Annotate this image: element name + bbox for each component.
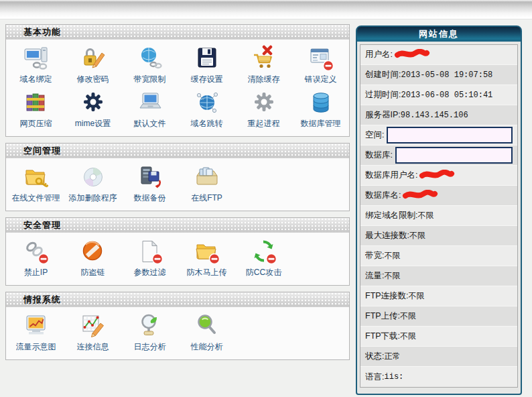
- menu-item-ban-ip[interactable]: 禁止IP: [7, 238, 64, 278]
- site-info-panel-header: 网站信息: [357, 27, 521, 42]
- database-input[interactable]: [395, 147, 513, 164]
- web-compress-icon: [23, 89, 50, 116]
- info-row: FTP下载:不限: [360, 327, 517, 347]
- menu-item-log-analysis[interactable]: 日志分析: [121, 313, 178, 353]
- section-header: 安全管理: [6, 218, 349, 233]
- menu-item-restart-process[interactable]: 重起进程: [235, 89, 292, 129]
- menu-item-clear-cache[interactable]: 清除缓存: [235, 45, 292, 85]
- info-row: FTP连接数:不限: [360, 286, 517, 306]
- menu-item-anti-cc-attack[interactable]: 防CC攻击: [235, 238, 292, 278]
- info-row: 服务器IP:98.143.145.106: [360, 105, 517, 125]
- info-label: 数据库:: [365, 150, 393, 161]
- anti-cc-attack-icon: [251, 238, 277, 265]
- section-header: 空间管理: [6, 144, 349, 158]
- menu-item-label: mime设置: [75, 118, 111, 129]
- section-body: 域名绑定修改密码带宽限制缓存设置清除缓存错误定义网页压缩mime设置默认文件域名…: [6, 40, 349, 136]
- info-row: 创建时间:2013-05-08 19:07:58: [360, 65, 517, 85]
- section-title: 基本功能: [23, 26, 61, 38]
- redacted-value: [402, 190, 438, 202]
- info-label: 语言:: [365, 372, 384, 383]
- menu-item-connection-info[interactable]: 连接信息: [64, 313, 121, 353]
- site-info-panel: 网站信息 用户名:创建时间:2013-05-08 19:07:58过期时间:20…: [356, 25, 522, 395]
- menu-item-online-file-manager[interactable]: 在线文件管理: [7, 164, 64, 204]
- info-row: 绑定域名限制:不限: [360, 206, 517, 226]
- menu-item-database-manage[interactable]: 数据库管理: [292, 89, 349, 129]
- menu-item-label: 修改密码: [77, 74, 109, 85]
- menu-item-label: 在线FTP: [191, 192, 222, 204]
- menu-item-param-filter[interactable]: 参数过滤: [121, 238, 178, 278]
- menu-item-anti-leech[interactable]: 防盗链: [64, 238, 121, 278]
- menu-item-label: 禁止IP: [24, 267, 48, 278]
- info-label: 流量:: [365, 270, 384, 282]
- menu-item-anti-trojan-upload[interactable]: 防木马上传: [178, 238, 235, 278]
- menu-item-traffic-chart[interactable]: 流量示意图: [7, 313, 64, 353]
- menu-item-label: 数据备份: [134, 192, 166, 204]
- menu-item-label: 错误定义: [305, 74, 337, 85]
- info-label: 绑定域名限制:: [365, 210, 417, 221]
- info-value: 2013-06-08 05:10:41: [401, 91, 492, 100]
- menu-item-mime-settings[interactable]: mime设置: [64, 89, 121, 129]
- menu-item-default-file[interactable]: 默认文件: [121, 89, 178, 129]
- section-space-management: 空间管理在线文件管理添加删除程序数据备份在线FTP: [5, 143, 350, 211]
- mime-settings-icon: [80, 89, 107, 116]
- top-toolbar: [0, 0, 532, 19]
- site-info-rows: 用户名:创建时间:2013-05-08 19:07:58过期时间:2013-06…: [360, 44, 518, 388]
- info-value: 不限: [409, 290, 425, 302]
- section-title: 空间管理: [23, 145, 61, 157]
- restart-process-icon: [251, 89, 277, 116]
- menu-item-label: 流量示意图: [16, 341, 56, 353]
- info-row: 状态:正常: [360, 347, 517, 367]
- menu-item-web-compress[interactable]: 网页压缩: [7, 89, 64, 129]
- menu-item-performance-analysis[interactable]: 性能分析: [178, 313, 235, 353]
- section-body: 在线文件管理添加删除程序数据备份在线FTP: [6, 158, 349, 211]
- info-row: 过期时间:2013-06-08 05:10:41: [360, 85, 517, 105]
- info-label: 创建时间:: [365, 69, 401, 80]
- menu-item-label: 防木马上传: [187, 267, 227, 278]
- online-ftp-icon: [194, 164, 220, 190]
- info-label: 数据库名:: [365, 190, 401, 201]
- section-body: 禁止IP防盗链参数过滤防木马上传防CC攻击: [6, 233, 349, 285]
- info-label: 带宽:: [365, 250, 384, 262]
- default-file-icon: [137, 89, 163, 116]
- redacted-value: [419, 170, 455, 182]
- error-define-icon: [308, 45, 334, 72]
- info-row: 带宽:不限: [360, 246, 517, 266]
- database-manage-icon: [308, 89, 334, 116]
- info-value: 不限: [409, 230, 425, 241]
- menu-item-domain-bind[interactable]: 域名绑定: [7, 45, 64, 85]
- menu-item-domain-redirect[interactable]: 域名跳转: [178, 89, 235, 129]
- bandwidth-limit-icon: [137, 45, 163, 72]
- menu-item-bandwidth-limit[interactable]: 带宽限制: [121, 45, 178, 85]
- info-value: 不限: [384, 270, 400, 282]
- menu-item-error-define[interactable]: 错误定义: [292, 45, 349, 85]
- menu-item-online-ftp[interactable]: 在线FTP: [178, 164, 235, 204]
- info-label: 状态:: [365, 351, 384, 362]
- performance-analysis-icon: [194, 313, 220, 339]
- menu-item-add-remove-programs[interactable]: 添加删除程序: [64, 164, 121, 204]
- traffic-chart-icon: [23, 313, 50, 339]
- domain-redirect-icon: [194, 89, 220, 116]
- menu-item-cache-settings[interactable]: 缓存设置: [178, 45, 235, 85]
- space-input[interactable]: [387, 127, 513, 144]
- log-analysis-icon: [137, 313, 163, 339]
- info-value: 不限: [417, 210, 434, 221]
- info-value: iis:: [384, 372, 403, 382]
- info-value: 不限: [400, 331, 416, 342]
- menu-item-label: 性能分析: [191, 341, 223, 353]
- info-row: 数据库用户名:: [360, 166, 517, 186]
- add-remove-programs-icon: [80, 164, 107, 190]
- info-label: 用户名:: [365, 49, 393, 60]
- connection-info-icon: [80, 313, 107, 339]
- menu-item-data-backup[interactable]: 数据备份: [121, 164, 178, 204]
- function-sections: 基本功能域名绑定修改密码带宽限制缓存设置清除缓存错误定义网页压缩mime设置默认…: [5, 24, 350, 366]
- section-title: 安全管理: [23, 219, 61, 231]
- menu-item-label: 防CC攻击: [246, 267, 281, 278]
- info-value: 98.143.145.106: [401, 111, 468, 120]
- menu-item-label: 带宽限制: [134, 74, 166, 85]
- info-row: 数据库:: [360, 146, 517, 166]
- anti-leech-icon: [80, 238, 107, 265]
- menu-item-label: 数据库管理: [301, 118, 341, 129]
- menu-item-label: 网页压缩: [20, 118, 52, 129]
- online-file-manager-icon: [23, 164, 50, 190]
- menu-item-change-password[interactable]: 修改密码: [64, 45, 121, 85]
